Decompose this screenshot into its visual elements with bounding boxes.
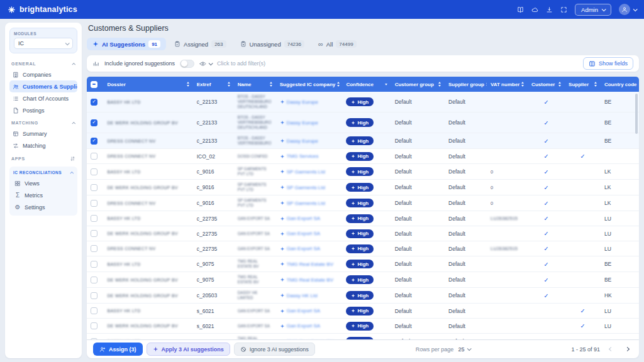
section-apps[interactable]: APPS (9, 151, 77, 164)
row-checkbox[interactable] (91, 245, 97, 252)
column-header-confidence[interactable]: Confidence (342, 77, 391, 92)
filter-input[interactable]: Click to add filter(s) (217, 60, 578, 67)
suggested-ic-company-link[interactable]: Gan Export SA (280, 323, 339, 329)
next-page-button[interactable] (623, 344, 633, 354)
user-menu[interactable] (619, 4, 636, 15)
section-matching[interactable]: MATCHING (9, 116, 77, 128)
country-code-cell: LU (601, 319, 639, 334)
sidebar-item-companies[interactable]: Companies (9, 69, 77, 80)
tab-unassigned[interactable]: Unassigned 74236 (235, 38, 310, 50)
row-checkbox[interactable] (91, 277, 97, 283)
table-scrollbar[interactable] (635, 94, 638, 337)
row-checkbox[interactable]: ✓ (91, 119, 97, 126)
column-header-name[interactable]: Name (234, 77, 276, 92)
sidebar-item-chart-of-accounts[interactable]: Chart Of Accounts (9, 92, 77, 104)
confidence-badge: High (346, 118, 374, 127)
table-row: DRESS CONNECT NV ICO_02 Dossi Confed TMG… (87, 149, 639, 164)
docs-icon[interactable] (517, 6, 524, 13)
sidebar-item-settings[interactable]: ⚙ Settings (11, 201, 75, 213)
row-checkbox[interactable] (91, 215, 97, 222)
show-fields-button[interactable]: Show fields (583, 57, 633, 70)
suggested-ic-company-link[interactable]: Dassy Europe (280, 138, 339, 144)
rows-per-page: Rows per page 25 (416, 346, 471, 353)
row-checkbox[interactable] (91, 261, 97, 268)
sidebar-item-postings[interactable]: Postings (9, 104, 77, 116)
row-checkbox[interactable] (91, 200, 97, 207)
rows-per-page-select[interactable]: 25 (458, 346, 470, 353)
supplier-group-cell: Default (445, 211, 487, 226)
dossier-cell: DE WERK HOLDING GROUP BV (107, 185, 189, 190)
column-header-extref[interactable]: Extref (193, 77, 234, 92)
row-checkbox[interactable] (91, 322, 97, 329)
cloud-icon[interactable] (531, 6, 538, 13)
sidebar-item-summary[interactable]: Summary (9, 128, 77, 140)
row-checkbox[interactable]: ✓ (91, 138, 97, 145)
suggested-ic-company-link[interactable]: TMG Real Estate BV (280, 339, 339, 340)
ai-sparkle-icon (280, 169, 285, 174)
visibility-menu[interactable] (199, 60, 212, 67)
suggested-ic-company-link[interactable]: Gan Export SA (280, 231, 339, 236)
vat-number-cell: LU26382515 (491, 246, 524, 251)
extref-cell: c_9075 (193, 256, 234, 272)
download-icon[interactable] (546, 6, 553, 13)
suggested-ic-company-link[interactable]: Gan Export SA (280, 308, 339, 314)
section-general[interactable]: GENERAL (9, 57, 77, 69)
column-header-customer-group[interactable]: Customer group (391, 77, 445, 92)
fullscreen-icon[interactable] (560, 6, 567, 13)
scrollbar-thumb[interactable] (635, 94, 638, 134)
module-select[interactable]: IC (14, 38, 73, 49)
supplier-group-cell: Default (445, 241, 487, 256)
column-header-country-code[interactable]: Country code (601, 77, 639, 92)
row-checkbox[interactable] (91, 153, 97, 160)
assign-button[interactable]: Assign (3) (93, 343, 143, 356)
suggested-label: TMG Services (287, 153, 319, 159)
row-checkbox[interactable] (91, 292, 97, 299)
suggested-label: SP Garments Ltd (287, 185, 325, 190)
column-header-supplier-group[interactable]: Supplier group (445, 77, 487, 92)
suggested-ic-company-link[interactable]: SP Garments Ltd (280, 169, 339, 175)
row-checkbox[interactable] (91, 307, 97, 314)
sort-icon (594, 82, 597, 87)
suggested-ic-company-link[interactable]: Gan Export SA (280, 216, 339, 221)
suggested-ic-company-link[interactable]: Dassy HK Ltd (280, 293, 339, 299)
suggested-ic-company-link[interactable]: Dassy Europe (280, 120, 339, 126)
suggested-ic-company-link[interactable]: Gan Export SA (280, 246, 339, 251)
suggested-ic-company-link[interactable]: TMG Real Estate BV (280, 261, 339, 267)
section-ic-reconciliations[interactable]: IC RECONCILIATIONS (11, 168, 75, 177)
column-header-customer[interactable]: Customer (528, 77, 565, 92)
ignore-suggestions-button[interactable]: Ignore 3 AI suggestions (234, 343, 315, 356)
sidebar-item-metrics[interactable]: Σ Metrics (11, 189, 75, 201)
supplier-check-cell (565, 112, 601, 133)
suggested-ic-company-link[interactable]: SP Garments Ltd (280, 200, 339, 206)
select-all-checkbox[interactable] (91, 81, 97, 88)
column-header-supplier[interactable]: Supplier (565, 77, 601, 92)
tab-assigned[interactable]: Assigned 263 (169, 38, 231, 50)
suggested-ic-company-link[interactable]: Dassy Europe (280, 99, 339, 105)
supplier-check-cell (565, 164, 601, 180)
row-checkbox[interactable] (91, 168, 97, 175)
row-checkbox[interactable] (91, 230, 97, 237)
dossier-cell: BASSY HK LTD (107, 216, 189, 221)
section-ic-reconciliations-label: IC RECONCILIATIONS (13, 170, 62, 175)
suggested-ic-company-link[interactable]: SP Garments Ltd (280, 185, 339, 190)
suggested-ic-company-link[interactable]: TMG Services (280, 153, 339, 159)
sidebar-item-views[interactable]: Views (11, 177, 75, 189)
include-ignored-label: Include ignored suggestions (104, 60, 175, 67)
column-header-dossier[interactable]: Dossier (103, 77, 192, 92)
country-code-cell: LU (601, 241, 639, 256)
suggested-ic-company-link[interactable]: TMG Real Estate BV (280, 277, 339, 283)
tab-ai-suggestions[interactable]: AI Suggestions 91 (87, 38, 166, 50)
prev-page-button[interactable] (606, 344, 616, 354)
tab-all[interactable]: ∞ All 74499 (313, 38, 362, 50)
supplier-group-cell: Default (445, 272, 487, 288)
column-header-suggested-ic-company[interactable]: Suggested IC company (276, 77, 343, 92)
column-header-vat-number[interactable]: VAT number (487, 77, 528, 92)
apply-suggestions-button[interactable]: Apply 3 AI suggestions (147, 343, 230, 356)
include-ignored-toggle[interactable] (180, 60, 194, 68)
row-checkbox[interactable] (91, 338, 97, 340)
admin-menu-button[interactable]: Admin (575, 4, 611, 16)
sidebar-item-customers-suppliers[interactable]: Customers & Suppliers (9, 80, 77, 92)
row-checkbox[interactable] (91, 184, 97, 191)
row-checkbox[interactable]: ✓ (91, 99, 97, 106)
sidebar-item-matching[interactable]: Matching (9, 140, 77, 151)
